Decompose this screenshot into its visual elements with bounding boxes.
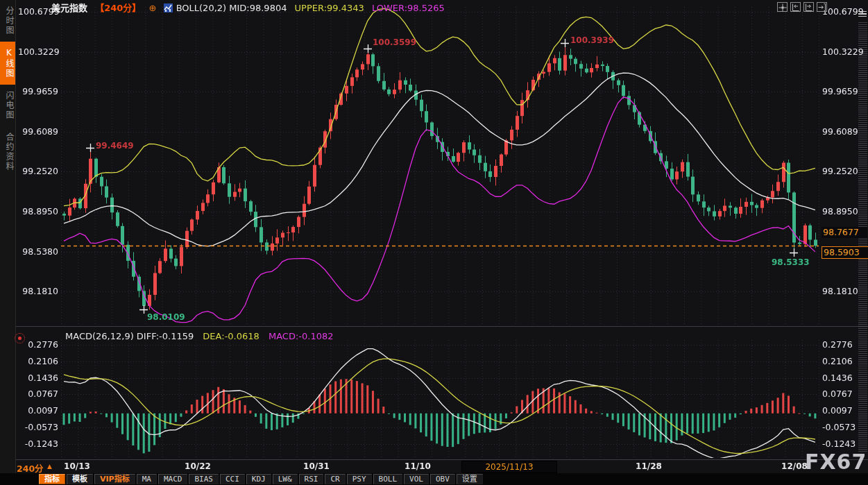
time-tick: 11/28 bbox=[628, 461, 670, 471]
macd-axis-label: 0.2106 bbox=[822, 356, 853, 366]
price-axis-label: 98.8950 bbox=[822, 206, 858, 216]
price-axis-label: 99.6089 bbox=[822, 126, 858, 137]
resize-grip-icon[interactable] bbox=[858, 11, 867, 17]
macd-axis-label: 0.0767 bbox=[18, 389, 58, 399]
macd-axis-label: -0.1243 bbox=[18, 439, 58, 449]
time-tick: 10/13 bbox=[56, 461, 98, 471]
toolbar-button-cci[interactable]: CCI bbox=[220, 474, 245, 484]
shift-right-tool-icon[interactable] bbox=[803, 2, 814, 12]
price-axis-label: 99.9659 bbox=[18, 86, 58, 96]
sidebar-tab-kline[interactable]: K线图 bbox=[0, 42, 15, 85]
move-tool-icon[interactable] bbox=[777, 2, 788, 12]
toolbar-button-rsi[interactable]: RSI bbox=[299, 474, 324, 484]
shift-left-tool-icon[interactable] bbox=[790, 2, 801, 12]
trading-terminal: 分时图K线图闪电图合约资料 美元指数 【240分】 ⊕ BOLL(20,2) M… bbox=[0, 0, 868, 485]
toolbar-button-boll[interactable]: BOLL bbox=[373, 474, 403, 484]
macd-axis-label: 0.0097 bbox=[18, 405, 58, 416]
macd-axis-label: 0.0767 bbox=[822, 389, 853, 399]
price-annotation: 98.0109 bbox=[147, 312, 185, 322]
chart-header: 美元指数 【240分】 ⊕ BOLL(20,2) MID:98.9804 UPP… bbox=[51, 1, 450, 12]
price-axis-label: 98.5380 bbox=[18, 246, 58, 257]
price-axis-label: 98.8950 bbox=[18, 206, 58, 216]
price-annotation: 100.3599 bbox=[373, 37, 416, 47]
indicator-icon bbox=[164, 3, 173, 12]
price-axis-label: 98.1810 bbox=[18, 286, 58, 296]
toolbar-button-macd[interactable]: MACD bbox=[158, 474, 188, 484]
toolbar-button-vol[interactable]: VOL bbox=[404, 474, 429, 484]
price-axis-label: 100.6799 bbox=[822, 6, 864, 17]
toolbar-button-template[interactable]: 模板 bbox=[67, 474, 93, 484]
time-axis: 240分 ▲ 10/1310/2210/3111/1011/2812/08202… bbox=[0, 460, 868, 473]
macd-axis-label: 0.2776 bbox=[822, 339, 853, 350]
toolbar-button-indicator[interactable]: 指标 bbox=[39, 474, 65, 484]
toolbar-button-psy[interactable]: PSY bbox=[347, 474, 372, 484]
time-tick: 11/10 bbox=[397, 461, 439, 471]
price-tag: 98.5903 bbox=[822, 246, 868, 259]
chart-canvas[interactable] bbox=[0, 0, 868, 485]
watermark: FX678 bbox=[805, 450, 868, 474]
macd-header: MACD(26,12,9) DIFF:-0.1159 DEA:-0.0618 M… bbox=[65, 331, 339, 341]
indicator-toolbar: 指标模板VIP指标MAMACDBIASCCIKDJLW&RSICRPSYBOLL… bbox=[0, 473, 868, 485]
time-tick: 10/22 bbox=[177, 461, 219, 471]
price-tag: 98.7677 bbox=[822, 227, 867, 238]
selected-time-label: 2025/11/13 22:00~02:00 四 bbox=[461, 461, 557, 473]
macd-dea-readout: DEA:-0.0618 bbox=[203, 331, 259, 341]
toolbar-button-vip-indicator[interactable]: VIP指标 bbox=[94, 474, 135, 484]
indicator-settings-icon[interactable] bbox=[15, 333, 25, 343]
price-axis-label: 99.9659 bbox=[822, 86, 858, 96]
macd-axis-label: -0.0573 bbox=[18, 422, 58, 432]
macd-axis-label: 0.0097 bbox=[822, 405, 853, 416]
price-annotation: 98.5333 bbox=[772, 257, 810, 267]
period-arrow-icon[interactable]: ▲ bbox=[47, 463, 52, 470]
toolbar-button-kdj[interactable]: KDJ bbox=[246, 474, 271, 484]
macd-axis-label: 0.2106 bbox=[18, 356, 58, 366]
jump-latest-tool-icon[interactable] bbox=[817, 2, 827, 12]
sidebar-tab-contract-info[interactable]: 合约资料 bbox=[0, 126, 15, 178]
boll-mid-readout: BOLL(20,2) MID:98.9804 bbox=[176, 3, 287, 13]
chart-tools bbox=[777, 2, 827, 12]
time-tick: 10/31 bbox=[296, 461, 337, 471]
sidebar-tab-time-share[interactable]: 分时图 bbox=[0, 0, 15, 42]
toolbar-button-ma[interactable]: MA bbox=[137, 474, 157, 484]
macd-axis-label: 0.1436 bbox=[18, 373, 58, 383]
macd-diff-readout: MACD(26,12,9) DIFF:-0.1159 bbox=[65, 331, 194, 341]
price-annotation: 99.4649 bbox=[96, 141, 134, 151]
macd-axis-label: 0.1436 bbox=[822, 373, 853, 383]
price-axis-label: 100.3229 bbox=[822, 46, 864, 57]
price-axis-label: 99.6089 bbox=[18, 126, 58, 137]
price-axis-label: 99.2520 bbox=[822, 166, 858, 176]
price-axis-label: 98.1810 bbox=[822, 286, 858, 296]
macd-hist-readout: MACD:-0.1082 bbox=[269, 331, 334, 341]
expand-icon[interactable]: ⊕ bbox=[148, 3, 156, 13]
symbol-title: 美元指数 bbox=[51, 3, 87, 13]
toolbar-button-bias[interactable]: BIAS bbox=[189, 474, 219, 484]
boll-upper-readout: UPPER:99.4343 bbox=[295, 3, 364, 13]
period-label: 【240分】 bbox=[95, 3, 141, 13]
toolbar-button-obv[interactable]: OBV bbox=[430, 474, 455, 484]
price-axis-label: 100.3229 bbox=[18, 46, 58, 57]
price-axis-label: 99.2520 bbox=[18, 166, 58, 176]
macd-axis-label: -0.1243 bbox=[822, 439, 856, 449]
price-annotation: 100.3939 bbox=[570, 35, 614, 45]
toolbar-button-cr[interactable]: CR bbox=[325, 474, 345, 484]
toolbar-button-settings[interactable]: 设置 bbox=[457, 474, 483, 484]
sidebar-tab-flash[interactable]: 闪电图 bbox=[0, 85, 15, 126]
toolbar-button-lw[interactable]: LW& bbox=[273, 474, 298, 484]
boll-lower-readout: LOWER:98.5265 bbox=[372, 3, 445, 13]
macd-axis-label: -0.0573 bbox=[822, 422, 856, 432]
sidebar: 分时图K线图闪电图合约资料 bbox=[0, 0, 16, 485]
